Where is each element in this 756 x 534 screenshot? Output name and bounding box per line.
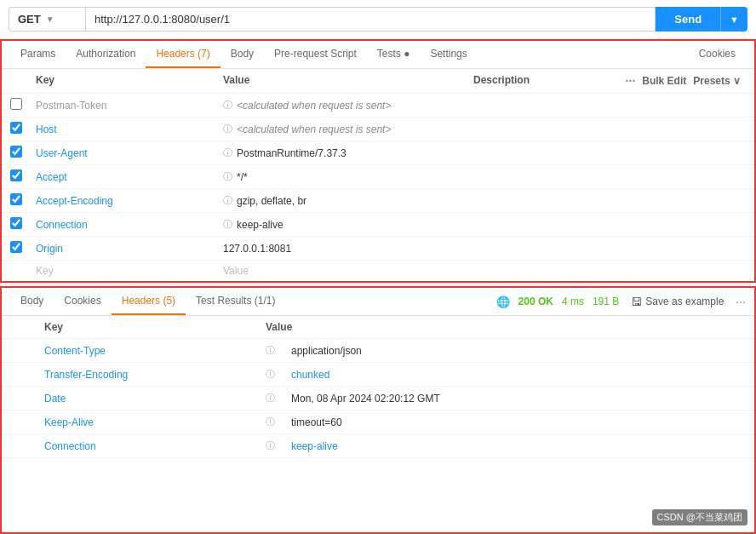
- resp-row-date: Date ⓘ Mon, 08 Apr 2024 02:20:12 GMT: [2, 387, 754, 411]
- info-icon-resp-1[interactable]: ⓘ: [266, 344, 291, 357]
- key-postman-token: Postman-Token: [36, 100, 223, 112]
- info-icon-2[interactable]: ⓘ: [223, 123, 232, 135]
- key-user-agent: User-Agent: [36, 147, 223, 159]
- response-more-button[interactable]: ···: [736, 295, 746, 308]
- resp-key-content-type: Content-Type: [44, 345, 266, 357]
- bulk-edit-button[interactable]: Bulk Edit: [642, 75, 686, 87]
- checkbox-user-agent[interactable]: [10, 146, 22, 158]
- resp-value-connection: keep-alive: [291, 440, 712, 452]
- request-section: Params Authorization Headers (7) Body Pr…: [0, 39, 756, 283]
- resp-value-date: Mon, 08 Apr 2024 02:20:12 GMT: [291, 393, 712, 405]
- main-container: GET ▼ Send ▼ Params Authorization Header…: [0, 0, 756, 534]
- info-icon-4[interactable]: ⓘ: [223, 170, 232, 183]
- key-accept: Accept: [36, 171, 223, 183]
- value-host: ⓘ <calculated when request is sent>: [223, 123, 610, 135]
- method-text: GET: [18, 13, 41, 26]
- checkbox-connection-req[interactable]: [10, 217, 22, 229]
- info-icon-3[interactable]: ⓘ: [223, 146, 232, 159]
- key-origin: Origin: [36, 243, 223, 255]
- resp-value-content-type: application/json: [291, 345, 712, 357]
- tab-body[interactable]: Body: [220, 41, 264, 68]
- header-row-accept-encoding: Accept-Encoding ⓘ gzip, deflate, br: [2, 189, 754, 213]
- resp-row-keep-alive: Keep-Alive ⓘ timeout=60: [2, 411, 754, 434]
- checkbox-accept[interactable]: [10, 169, 22, 181]
- response-tabs-row: Body Cookies Headers (5) Test Results (1…: [2, 288, 754, 316]
- resp-key-keep-alive: Keep-Alive: [44, 416, 266, 428]
- tab-resp-body[interactable]: Body: [10, 288, 54, 315]
- send-btn-group: Send ▼: [656, 7, 747, 32]
- header-actions: ··· Bulk Edit Presets ∨: [626, 74, 746, 88]
- info-icon-6[interactable]: ⓘ: [223, 218, 232, 231]
- watermark: CSDN @不当菜鸡团: [652, 509, 747, 525]
- new-value-placeholder[interactable]: Value: [223, 265, 746, 277]
- value-connection-req: ⓘ keep-alive: [223, 218, 610, 231]
- col-value-label: Value: [223, 74, 473, 88]
- globe-icon: 🌐: [496, 296, 510, 308]
- new-key-placeholder[interactable]: Key: [36, 265, 223, 277]
- header-row-origin: Origin 127.0.0.1:8081: [2, 237, 754, 261]
- info-icon-1[interactable]: ⓘ: [223, 99, 232, 112]
- more-dots-icon[interactable]: ···: [626, 74, 636, 88]
- info-icon-5[interactable]: ⓘ: [223, 194, 232, 207]
- request-tabs-row: Params Authorization Headers (7) Body Pr…: [2, 41, 754, 69]
- key-host: Host: [36, 123, 223, 135]
- value-accept: ⓘ */*: [223, 170, 610, 183]
- resp-key-connection: Connection: [44, 440, 266, 452]
- value-postman-token: ⓘ <calculated when request is sent>: [223, 99, 610, 112]
- tab-resp-headers[interactable]: Headers (5): [112, 288, 186, 315]
- send-button[interactable]: Send: [656, 7, 720, 32]
- status-size: 191 B: [593, 296, 619, 307]
- checkbox-accept-encoding[interactable]: [10, 193, 22, 205]
- header-row-connection-req: Connection ⓘ keep-alive: [2, 213, 754, 237]
- info-icon-resp-4[interactable]: ⓘ: [266, 416, 291, 428]
- tab-authorization[interactable]: Authorization: [66, 41, 146, 68]
- tab-pre-request[interactable]: Pre-request Script: [264, 41, 367, 68]
- info-icon-resp-3[interactable]: ⓘ: [266, 392, 291, 405]
- resp-col-key-label: Key: [44, 321, 266, 333]
- resp-value-keep-alive: timeout=60: [291, 416, 712, 428]
- key-connection-req: Connection: [36, 219, 223, 231]
- value-accept-encoding: ⓘ gzip, deflate, br: [223, 194, 610, 207]
- col-key-label: Key: [36, 74, 223, 88]
- checkbox-postman-token[interactable]: [10, 98, 22, 110]
- method-dropdown-icon: ▼: [46, 14, 54, 24]
- tab-resp-test-results[interactable]: Test Results (1/1): [186, 288, 285, 315]
- new-header-row: Key Value: [2, 261, 754, 281]
- header-row-postman-token: Postman-Token ⓘ <calculated when request…: [2, 94, 754, 118]
- info-icon-resp-2[interactable]: ⓘ: [266, 368, 291, 381]
- status-time: 4 ms: [562, 296, 584, 307]
- resp-headers-table-header: Key Value: [2, 316, 754, 339]
- send-dropdown-button[interactable]: ▼: [720, 7, 747, 32]
- status-code: 200 OK: [518, 296, 553, 307]
- key-accept-encoding: Accept-Encoding: [36, 195, 223, 207]
- method-select[interactable]: GET ▼: [9, 7, 85, 32]
- checkbox-origin[interactable]: [10, 241, 22, 253]
- tab-settings[interactable]: Settings: [420, 41, 477, 68]
- url-input[interactable]: [85, 7, 656, 32]
- response-status-bar: 🌐 200 OK 4 ms 191 B 🖫 Save as example ··…: [496, 289, 746, 315]
- header-row-host: Host ⓘ <calculated when request is sent>: [2, 118, 754, 141]
- tab-headers[interactable]: Headers (7): [146, 41, 220, 68]
- resp-key-date: Date: [44, 393, 266, 405]
- response-section: Body Cookies Headers (5) Test Results (1…: [0, 286, 756, 534]
- value-origin: 127.0.0.1:8081: [223, 243, 610, 255]
- save-icon: 🖫: [631, 296, 642, 308]
- tab-resp-cookies[interactable]: Cookies: [54, 288, 111, 315]
- header-row-accept: Accept ⓘ */*: [2, 165, 754, 189]
- checkbox-host[interactable]: [10, 122, 22, 134]
- url-bar: GET ▼ Send ▼: [0, 0, 756, 39]
- info-icon-resp-5[interactable]: ⓘ: [266, 439, 291, 452]
- save-as-example-button[interactable]: 🖫 Save as example: [627, 294, 727, 310]
- resp-row-transfer-encoding: Transfer-Encoding ⓘ chunked: [2, 363, 754, 387]
- headers-table-header: Key Value Description ··· Bulk Edit Pres…: [2, 69, 754, 94]
- resp-value-transfer-encoding: chunked: [291, 369, 712, 381]
- tab-tests[interactable]: Tests ●: [367, 41, 421, 68]
- header-row-user-agent: User-Agent ⓘ PostmanRuntime/7.37.3: [2, 141, 754, 165]
- tab-cookies[interactable]: Cookies: [689, 41, 746, 68]
- col-description-label: Description: [473, 74, 610, 88]
- resp-key-transfer-encoding: Transfer-Encoding: [44, 369, 266, 381]
- value-user-agent: ⓘ PostmanRuntime/7.37.3: [223, 146, 610, 159]
- tab-params[interactable]: Params: [10, 41, 66, 68]
- presets-button[interactable]: Presets ∨: [693, 75, 741, 87]
- resp-col-value-label: Value: [266, 321, 712, 333]
